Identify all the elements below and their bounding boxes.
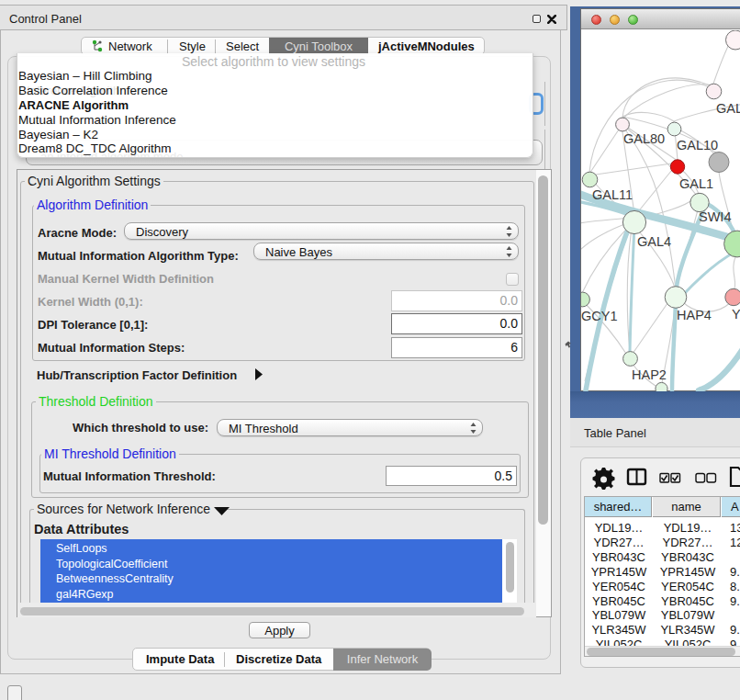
svg-text:HAP4: HAP4 [677,308,712,322]
svg-text:GAL4: GAL4 [637,234,671,249]
svg-text:GAL80: GAL80 [623,131,665,146]
svg-text:SWI4: SWI4 [699,209,731,224]
svg-text:GAL10: GAL10 [677,138,718,152]
svg-text:GAL7: GAL7 [716,101,740,116]
svg-text:GAL1: GAL1 [679,176,713,191]
svg-text:GCY1: GCY1 [581,309,618,323]
svg-text:GAL11: GAL11 [592,187,633,202]
svg-text:HAP2: HAP2 [632,367,667,382]
svg-text:YP: YP [732,307,740,322]
